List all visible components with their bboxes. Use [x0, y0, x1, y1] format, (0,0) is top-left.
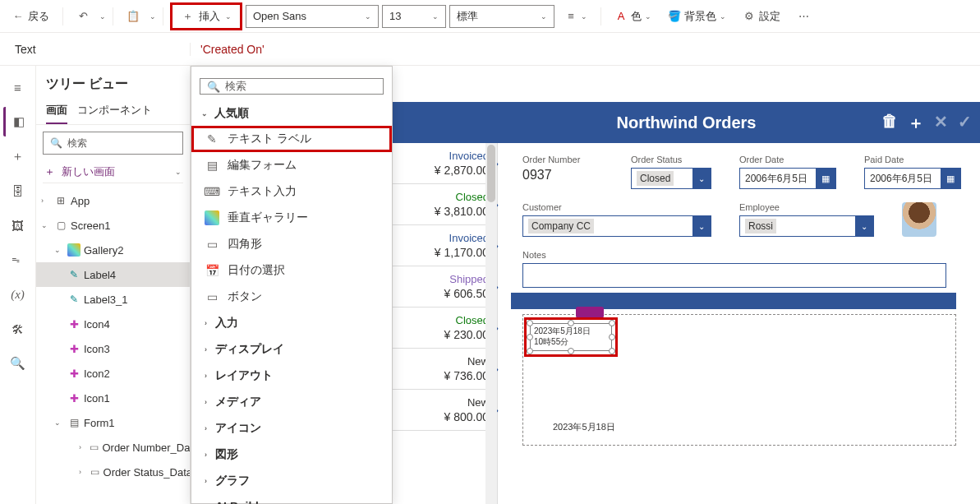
new-screen-button[interactable]: ＋ 新しい画面 ⌄: [43, 161, 183, 183]
insert-cat-layout[interactable]: ›レイアウト: [191, 363, 392, 389]
resize-handle[interactable]: [609, 348, 615, 354]
insert-cat-input[interactable]: ›入力: [191, 310, 392, 336]
rail-media[interactable]: 🖼: [3, 210, 33, 240]
paid-date-picker[interactable]: 2006年6月5日 ▦: [864, 168, 961, 189]
rail-search[interactable]: 🔍: [3, 349, 33, 378]
align-button[interactable]: ≡ ⌄: [558, 5, 594, 28]
resize-handle[interactable]: [568, 348, 574, 354]
tree-label3-1[interactable]: ✎ Label3_1: [36, 287, 190, 312]
order-list-item[interactable]: Invoiced¥ 1,170.00›: [393, 225, 497, 266]
rail-insert[interactable]: ＋: [3, 141, 33, 171]
more-button[interactable]: ⋯: [790, 5, 817, 28]
rail-advanced-tools[interactable]: 🛠: [3, 314, 33, 344]
rail-power-automate[interactable]: ᯓ: [3, 245, 33, 275]
insert-text-input[interactable]: ⌨ テキスト入力: [191, 178, 392, 205]
chevron-right-icon[interactable]: ›: [79, 443, 86, 451]
tree-card-orderstatus[interactable]: › ▭ Order Status_DataCard: [36, 460, 190, 484]
chevron-down-icon[interactable]: ⌄: [54, 246, 64, 254]
label4-canvas[interactable]: 2023年5月18日 10時55分: [530, 323, 612, 351]
tree-icon3[interactable]: ✚ Icon3: [36, 336, 190, 361]
tree-card-ordernum[interactable]: › ▭ Order Number_DataCard: [36, 435, 190, 460]
tree-app[interactable]: › ⊞ App: [36, 188, 190, 213]
insert-edit-form[interactable]: ▤ 編集フォーム: [191, 152, 392, 178]
insert-button[interactable]: ＋ 挿入 ⌄: [170, 2, 242, 30]
tree-search[interactable]: 🔍 検索: [43, 132, 183, 155]
rail-tree-view[interactable]: ◧: [3, 107, 33, 136]
tree-icon2[interactable]: ✚ Icon2: [36, 361, 190, 386]
rail-data[interactable]: 🗄: [3, 176, 33, 206]
add-icon[interactable]: ＋: [908, 112, 924, 134]
order-list-item[interactable]: Closed¥ 3,810.00›: [393, 184, 497, 225]
employee-select[interactable]: Rossi ⌄: [739, 215, 874, 237]
fontsize-select[interactable]: 13 ⌄: [382, 5, 446, 28]
rail-hamburger[interactable]: ≡: [3, 72, 33, 102]
insert-cat-icons[interactable]: ›アイコン: [191, 415, 392, 442]
order-list-item[interactable]: Closed¥ 230.00›: [393, 307, 497, 349]
chevron-down-icon[interactable]: ⌄: [41, 221, 51, 229]
tree-form1[interactable]: ⌄ ▤ Form1: [36, 410, 190, 435]
chevron-right-icon: ›: [205, 372, 207, 380]
tab-components[interactable]: コンポーネント: [77, 98, 152, 124]
tab-screens[interactable]: 画面: [46, 98, 67, 124]
order-status-select[interactable]: Closed ⌄: [631, 168, 711, 189]
insert-vertical-gallery[interactable]: 垂直ギャラリー: [191, 205, 392, 231]
insert-popular-header[interactable]: ⌄ 人気順: [191, 101, 392, 126]
order-list-item[interactable]: New¥ 800.00›: [393, 390, 497, 431]
insert-cat-media[interactable]: ›メディア: [191, 389, 392, 415]
paste-chevron[interactable]: ⌄: [150, 12, 156, 21]
undo-button[interactable]: ↶: [70, 5, 96, 28]
scrollbar-thumb[interactable]: [487, 145, 495, 202]
resize-handle[interactable]: [609, 320, 615, 326]
order-list-item[interactable]: Shipped¥ 606.50›: [393, 266, 497, 307]
fontweight-select[interactable]: 標準 ⌄: [449, 5, 554, 28]
tree-form1-label: Form1: [84, 417, 115, 429]
chevron-right-icon[interactable]: ›: [41, 197, 51, 205]
delete-icon[interactable]: 🗑: [881, 112, 898, 134]
notes-input[interactable]: [522, 263, 946, 288]
resize-handle[interactable]: [527, 320, 533, 326]
chevron-down-icon[interactable]: ⌄: [54, 418, 64, 427]
undo-chevron[interactable]: ⌄: [99, 12, 106, 21]
insert-cat-shapes[interactable]: ›図形: [191, 442, 392, 468]
customer-select[interactable]: Company CC ⌄: [522, 215, 711, 237]
font-color-button[interactable]: A 色 ⌄: [608, 5, 658, 28]
chevron-right-icon[interactable]: ›: [79, 468, 86, 476]
tree-label4[interactable]: ✎ Label4: [36, 262, 190, 287]
calendar-icon: ▦: [941, 169, 960, 188]
insert-button[interactable]: ▭ ボタン: [191, 284, 392, 310]
orders-scrollbar[interactable]: [485, 143, 497, 504]
rail-variables[interactable]: (x): [3, 280, 33, 309]
back-button[interactable]: ← 戻る: [5, 5, 56, 28]
insert-text-label[interactable]: ✎ テキスト ラベル: [191, 126, 392, 152]
insert-search[interactable]: 🔍 検索: [200, 78, 384, 95]
insert-cat-charts[interactable]: ›グラフ: [191, 468, 392, 494]
paste-button[interactable]: 📋: [120, 5, 146, 28]
resize-handle[interactable]: [527, 348, 533, 354]
formula-bar[interactable]: 'Created On': [191, 43, 980, 56]
property-selector[interactable]: Text: [0, 43, 191, 56]
employee-photo: [902, 202, 936, 237]
order-list-item[interactable]: Invoiced¥ 2,870.00›: [393, 143, 497, 184]
insert-rectangle[interactable]: ▭ 四角形: [191, 231, 392, 257]
font-select[interactable]: Open Sans ⌄: [246, 5, 379, 28]
order-list-item[interactable]: New¥ 736.00›: [393, 349, 497, 390]
bg-color-button[interactable]: 🪣 背景色 ⌄: [661, 5, 733, 28]
insert-cat-ai[interactable]: ›AI Builder: [191, 494, 392, 504]
gallery2-canvas[interactable]: 2023年5月18日 10時55分 2023年5月18日: [522, 314, 956, 446]
order-date-picker[interactable]: 2006年6月5日 ▦: [739, 168, 836, 189]
tree-screen1[interactable]: ⌄ ▢ Screen1: [36, 213, 190, 238]
gallery-template-tab[interactable]: [576, 307, 604, 318]
cancel-icon[interactable]: ✕: [934, 112, 948, 134]
save-icon[interactable]: ✓: [958, 112, 972, 134]
tree-icon4[interactable]: ✚ Icon4: [36, 312, 190, 336]
tree-icon1[interactable]: ✚ Icon1: [36, 386, 190, 410]
plus-icon: ＋: [44, 164, 55, 179]
settings-button[interactable]: ⚙ 設定: [736, 5, 787, 28]
chevron-down-icon: ⌄: [541, 12, 547, 21]
resize-handle[interactable]: [568, 320, 574, 326]
resize-handle[interactable]: [527, 334, 533, 340]
insert-date-picker[interactable]: 📅 日付の選択: [191, 257, 392, 284]
resize-handle[interactable]: [609, 334, 615, 340]
tree-gallery2[interactable]: ⌄ Gallery2: [36, 238, 190, 262]
insert-cat-display[interactable]: ›ディスプレイ: [191, 336, 392, 363]
